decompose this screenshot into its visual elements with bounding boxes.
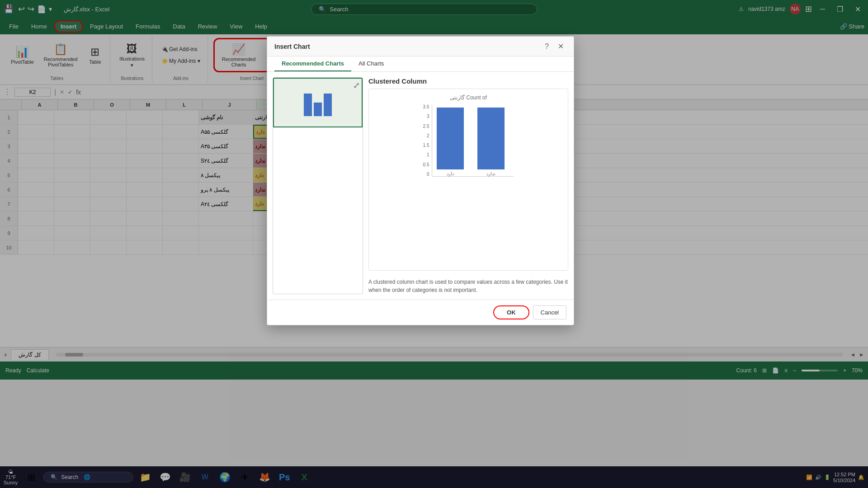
dialog-footer: OK Cancel <box>267 300 574 325</box>
y-label-15: 1.5 <box>423 143 429 148</box>
y-label-1: 1 <box>423 152 429 157</box>
y-label-2: 2 <box>423 133 429 138</box>
tab-all-charts[interactable]: All Charts <box>351 56 391 71</box>
chart-bars: دارد ندارد <box>432 104 514 177</box>
dialog-overlay: Insert Chart ? ✕ Recommended Charts All … <box>0 0 868 488</box>
bar-label-nadarad: ندارد <box>486 171 495 176</box>
mini-bar-3 <box>324 94 332 116</box>
dialog-controls: ? ✕ <box>542 41 566 52</box>
bar-group-darad: دارد <box>437 108 464 176</box>
mini-chart-preview <box>304 89 332 116</box>
y-label-0: 0 <box>423 172 429 177</box>
chart-type-title: Clustered Column <box>368 77 568 85</box>
bar-group-nadarad: ندارد <box>477 108 505 176</box>
dialog-title-bar: Insert Chart ? ✕ <box>267 37 574 56</box>
dialog-close-button[interactable]: ✕ <box>555 41 566 52</box>
y-label-25: 2.5 <box>423 124 429 129</box>
bar-label-darad: دارد <box>447 171 454 176</box>
dialog-help-button[interactable]: ? <box>542 42 552 52</box>
mini-bar-2 <box>314 103 322 116</box>
tab-recommended-charts[interactable]: Recommended Charts <box>274 56 351 71</box>
y-label-35: 3.5 <box>423 104 429 109</box>
y-label-3: 3 <box>423 114 429 119</box>
y-axis: 3.5 3 2.5 2 1.5 1 0.5 0 <box>423 104 429 177</box>
chart-description: A clustered column chart is used to comp… <box>368 278 568 294</box>
dialog-tabs: Recommended Charts All Charts <box>267 56 574 72</box>
expand-icon[interactable]: ⤢ <box>353 80 360 90</box>
chart-with-axis: 3.5 3 2.5 2 1.5 1 0.5 0 <box>423 104 514 177</box>
chart-preview-list: ⤢ <box>273 77 363 294</box>
chart-subtitle: Count of گارنتی <box>450 94 487 101</box>
cancel-button[interactable]: Cancel <box>533 305 566 319</box>
bar-nadarad <box>477 108 505 169</box>
dialog-title: Insert Chart <box>274 43 310 50</box>
chart-main-preview: Count of گارنتی 3.5 3 2.5 2 1.5 1 0.5 0 <box>368 89 568 271</box>
dialog-body: ⤢ Clustered Column Count of گارنتی 3.5 3… <box>267 72 574 300</box>
chart-preview-selected[interactable]: ⤢ <box>273 78 363 127</box>
bar-darad <box>437 108 464 169</box>
ok-button[interactable]: OK <box>493 305 529 319</box>
chart-detail: Clustered Column Count of گارنتی 3.5 3 2… <box>368 77 568 294</box>
mini-bar-1 <box>304 94 312 116</box>
y-label-05: 0.5 <box>423 162 429 167</box>
insert-chart-dialog: Insert Chart ? ✕ Recommended Charts All … <box>267 36 574 325</box>
